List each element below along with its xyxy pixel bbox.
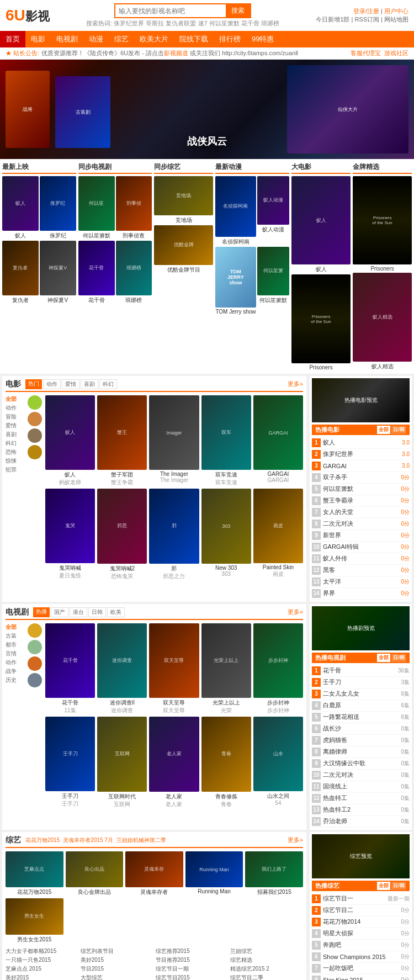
tv-cat-hot[interactable]: 热播 <box>33 607 50 617</box>
hot-item[interactable]: 11蚁人外传0分 <box>312 553 410 565</box>
hot-tv-tab-jk[interactable]: 日/韩 <box>391 654 406 662</box>
tv-genre-romance[interactable]: 言情 <box>6 650 25 658</box>
hot-item[interactable]: 8离婚律师0集 <box>312 746 410 758</box>
tv-card[interactable]: 山水 山水之间 54 <box>253 717 303 808</box>
tv-card[interactable]: 老人家 老人家 老人家 <box>149 717 199 808</box>
genre-horror[interactable]: 恐怖 <box>6 448 25 456</box>
hot-tab-all[interactable]: 全部 <box>377 426 390 434</box>
tv-card[interactable]: 迷你调查 迷你调查II 迷你调查 <box>97 623 147 714</box>
tv-genre-ancient[interactable]: 古装 <box>6 632 25 640</box>
hot-item[interactable]: 3花花万物20140分 <box>312 917 410 928</box>
tv-genre-all[interactable]: 全部 <box>6 623 25 631</box>
movie-card[interactable]: 名侦探柯南 名侦探柯南 <box>215 176 256 246</box>
variety-card[interactable]: 良心出品 良心金牌出品 <box>66 851 124 896</box>
actor-avatar[interactable] <box>28 428 42 443</box>
genre-thriller[interactable]: 惊悚 <box>6 457 25 465</box>
genre-action[interactable]: 动作 <box>6 404 25 412</box>
cat-love[interactable]: 爱情 <box>62 379 79 389</box>
variety-list-item[interactable]: 综艺节目二季 <box>230 973 303 980</box>
actor-avatar[interactable] <box>28 445 42 459</box>
variety-list-item[interactable]: 综艺节目一期 <box>156 965 229 973</box>
genre-scifi[interactable]: 科幻 <box>6 439 25 447</box>
movie-card[interactable]: 何以笙箫 何以笙箫默 <box>257 247 290 315</box>
actor-avatar[interactable] <box>28 412 42 426</box>
movie-card[interactable]: 邪 邪 邪恶之力 <box>149 489 199 580</box>
hot-variety-tab-all[interactable]: 全部 <box>377 882 390 890</box>
movie-card[interactable]: 侏罗纪 侏罗纪 <box>40 176 76 240</box>
variety-list-item[interactable]: 节目推荐2015 <box>156 956 229 965</box>
hot-item[interactable]: 8二次元对决0分 <box>312 518 410 530</box>
nav-rank[interactable]: 排行榜 <box>214 31 246 47</box>
movie-card[interactable]: 画皮 Painted Skin 画皮 <box>253 489 303 580</box>
hot-item[interactable]: 4双子杀手0分 <box>312 472 410 484</box>
tv-genre-action[interactable]: 动作 <box>6 659 25 666</box>
tv-cat-jk[interactable]: 日韩 <box>88 607 106 617</box>
movie-card[interactable]: 蚁人 蚁人 <box>291 176 351 273</box>
movie-card[interactable]: 邪恶 鬼哭呐喊2 恐怖鬼哭 <box>97 489 147 580</box>
variety-card[interactable]: 灵魂幸存 灵魂幸存者 <box>125 851 183 896</box>
game-link[interactable]: 游戏社区 <box>384 50 408 56</box>
movie-card[interactable]: 双车 双车竞速 双车竞速 <box>201 395 251 486</box>
variety-link[interactable]: 灵魂幸存者2015 7月 <box>63 836 113 844</box>
cat-action[interactable]: 动作 <box>43 379 61 389</box>
movie-card[interactable]: 蚁人 蚁人 <box>2 176 39 240</box>
cat-hot[interactable]: 热门 <box>25 379 42 389</box>
tv-cat-domestic[interactable]: 国产 <box>51 607 68 617</box>
hot-item[interactable]: 9大汉情缘云中歌0集 <box>312 758 410 770</box>
nav-variety[interactable]: 综艺 <box>109 31 134 47</box>
tv-card[interactable]: 步步封神 步步封神 步步封神 <box>253 623 303 714</box>
variety-list-item[interactable]: 一只猫一只鱼2015 <box>6 956 78 965</box>
hot-variety-tab-jk[interactable]: 日/韩 <box>391 882 406 890</box>
nav-home[interactable]: 首页 <box>0 31 25 47</box>
login-link[interactable]: 登录/注册 <box>353 8 379 14</box>
hot-item[interactable]: 6蟹王争霸录0分 <box>312 495 410 507</box>
variety-list-item[interactable]: 美好2015 <box>81 956 153 965</box>
genre-adventure[interactable]: 冒险 <box>6 413 25 421</box>
nav-special[interactable]: 99特惠 <box>246 31 279 47</box>
search-button[interactable]: 搜索 <box>226 4 250 17</box>
nav-western[interactable]: 欧美大片 <box>134 31 174 47</box>
movie-card[interactable]: Prisonersof the Sun Prisoners <box>291 274 351 370</box>
movie-card[interactable]: 蚁人 蚁人 蚂蚁老师 <box>45 395 95 486</box>
hot-item[interactable]: 6战长沙0集 <box>312 723 410 735</box>
tv-card[interactable]: 光荣上以上 光荣上以上 光荣 <box>201 623 251 714</box>
tv-genre-urban[interactable]: 都市 <box>6 641 25 649</box>
tv-actor-avatar[interactable] <box>28 640 42 654</box>
tv-actor-avatar[interactable] <box>28 673 42 687</box>
hot-item[interactable]: 8Star King 20150分 <box>312 974 410 980</box>
variety-list-item[interactable]: 综艺精选 <box>230 956 303 965</box>
movie-card[interactable]: 花千骨 花千骨 <box>78 241 115 304</box>
variety-link[interactable]: 兰姐姐机械神第二季 <box>116 836 166 844</box>
variety-card[interactable]: 我们上路了 招募我们2015 <box>245 851 303 896</box>
variety-list-item[interactable]: 综艺节目2015 <box>156 973 229 980</box>
movie-card[interactable]: 蟹王 蟹子军团 蟹王争霸 <box>97 395 147 486</box>
logo[interactable]: 6U影视 <box>6 7 50 25</box>
hot-item[interactable]: 7一起吃饭吧0分 <box>312 963 410 974</box>
hot-item[interactable]: 2侏罗纪世界3.0 <box>312 449 410 460</box>
movie-card[interactable]: 复仇者 复仇者 <box>2 241 39 304</box>
variety-list-item[interactable]: 大力女子都奉顺2015 <box>6 947 78 956</box>
hot-tv-tab-all[interactable]: 全部 <box>377 654 390 662</box>
hot-item[interactable]: 7虎妈猫爸0集 <box>312 735 410 746</box>
variety-card[interactable]: 男生女生 男生女生2015 <box>6 898 63 943</box>
tv-genre-history[interactable]: 历史 <box>6 676 25 684</box>
variety-more[interactable]: 更多» <box>288 836 303 844</box>
movie-card[interactable]: GARGAI GARGAI GARGAI <box>253 395 303 486</box>
variety-list-item[interactable]: 综艺列表节目 <box>81 947 153 956</box>
variety-list-item[interactable]: 大型综艺 <box>81 973 153 980</box>
announce-link[interactable]: 影视频道 <box>164 50 188 56</box>
variety-list-item[interactable]: 精选综艺2015 2 <box>230 965 303 973</box>
hot-item[interactable]: 10二次元对决0集 <box>312 770 410 781</box>
movie-card[interactable]: 蚁人精选 蚁人精选 <box>353 273 412 370</box>
movie-card[interactable]: 优酷金牌 优酷金牌节目 <box>154 225 213 273</box>
hot-item[interactable]: 3GARGAI3.0 <box>312 460 410 472</box>
tv-cat-western[interactable]: 欧美 <box>107 607 125 617</box>
variety-list-item[interactable]: 节目2015 <box>81 965 153 973</box>
hero-banner[interactable]: 战将 古装剧 仙侠大片 战侠风云 <box>0 60 414 159</box>
hot-item[interactable]: 1蚁人3.0 <box>312 437 410 449</box>
hot-item[interactable]: 2综艺节目二0分 <box>312 905 410 917</box>
tv-actor-avatar[interactable] <box>28 656 42 671</box>
hot-item[interactable]: 1花千骨36集 <box>312 665 410 677</box>
actor-avatar[interactable] <box>28 395 42 410</box>
hot-item[interactable]: 7女人的天堂0分 <box>312 507 410 518</box>
